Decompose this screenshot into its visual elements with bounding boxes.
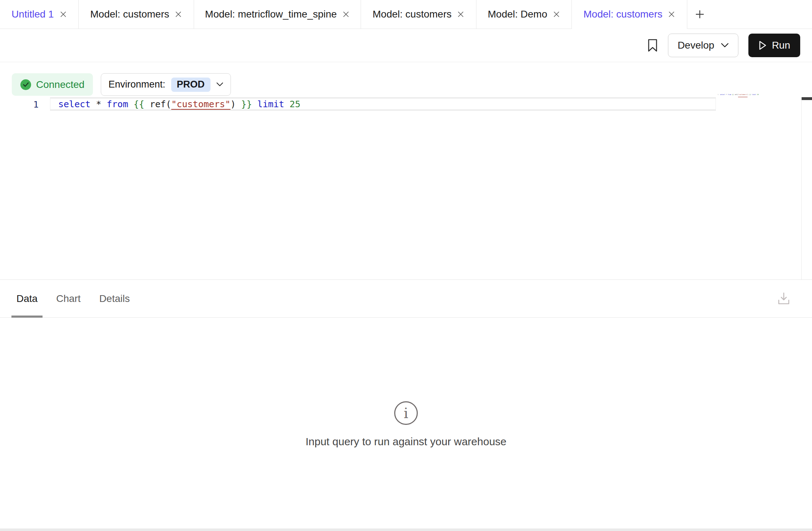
code-token: ) [231,99,241,109]
connection-status-badge: Connected [12,73,93,96]
develop-button-label: Develop [678,40,714,51]
code-token: 25 [289,99,300,109]
panel-tab-label: Details [99,293,130,304]
close-tab-icon[interactable] [60,11,67,18]
code-token: limit [257,99,284,109]
close-tab-icon[interactable] [553,11,560,18]
new-tab-button[interactable] [687,0,712,29]
scrollbar-thumb[interactable] [802,97,812,100]
tabbar-filler [712,0,812,29]
close-tab-icon[interactable] [175,11,182,18]
bookmark-icon[interactable] [647,39,658,52]
editor-tab-5[interactable]: Model: customers [572,0,687,29]
editor-tab-1[interactable]: Model: customers [79,0,194,29]
results-panel-tabs: Data Chart Details [0,280,812,318]
info-icon: i [394,401,418,425]
close-tab-icon[interactable] [342,11,350,18]
tab-label: Model: metricflow_time_spine [205,9,337,20]
tab-label: Model: customers [373,9,452,20]
code-token: limit [752,94,756,95]
close-tab-icon[interactable] [668,11,675,18]
editor-tab-0[interactable]: Untitled 1 [0,0,79,29]
minimap-code: select * from {{ ref("customers") }} lim… [720,94,759,96]
line-number: 1 [0,99,39,110]
code-token [90,99,96,109]
develop-button[interactable]: Develop [668,34,738,57]
run-button[interactable]: Run [748,34,800,57]
environment-label: Environment: [108,79,165,90]
tab-label: Untitled 1 [11,9,54,20]
editor-minimap[interactable]: 1 select * from {{ ref("customers") }} l… [718,94,761,96]
code-token [252,99,257,109]
toolbar: Develop Run [0,29,812,62]
run-button-label: Run [772,40,790,51]
code-token: from [728,94,731,95]
tab-label: Model: customers [90,9,169,20]
chevron-down-icon [216,82,223,87]
editor-status-row: Connected Environment: PROD [12,73,231,96]
tab-label: Model: customers [584,9,663,20]
minimap-line-number: 1 [718,94,718,96]
download-icon [777,292,791,306]
chevron-down-icon [721,43,729,48]
play-icon [758,40,767,50]
panel-tab-label: Data [16,293,38,304]
ide-screen: Untitled 1 Model: customers Model: metri… [0,0,812,531]
code-token: "customers" [171,99,231,109]
results-empty-state: i Input query to run against your wareho… [0,318,812,531]
code-token: * [96,99,101,109]
check-circle-icon [20,79,31,90]
code-token: {{ [134,99,144,109]
editor-tab-3[interactable]: Model: customers [361,0,476,29]
panel-tab-label: Chart [56,293,80,304]
code-token: from [107,99,128,109]
close-tab-icon[interactable] [457,11,464,18]
code-token [128,99,134,109]
panel-tab-chart[interactable]: Chart [51,280,85,317]
results-panel: Data Chart Details i Input query to run … [0,279,812,531]
code-token: select [58,99,90,109]
panel-tab-details[interactable]: Details [94,280,135,317]
download-button[interactable] [777,292,791,306]
empty-state-message: Input query to run against your warehous… [306,436,506,448]
environment-selector[interactable]: Environment: PROD [101,73,231,96]
editor-tab-2[interactable]: Model: metricflow_time_spine [194,0,361,29]
connected-label: Connected [36,79,84,90]
code-token: 25 [757,94,759,95]
editor-tab-4[interactable]: Model: Demo [476,0,572,29]
code-token: ref( [734,94,738,95]
sql-editor: Connected Environment: PROD 1 select * f… [0,62,812,279]
editor-scrollbar[interactable] [801,97,812,279]
code-token [101,99,107,109]
bottom-divider [0,528,812,531]
code-line[interactable]: select * from {{ ref("customers") }} lim… [50,97,716,111]
code-token: select [720,94,725,95]
panel-tab-data[interactable]: Data [11,280,43,317]
code-token [284,99,289,109]
tab-label: Model: Demo [488,9,548,20]
plus-icon [695,9,705,19]
code-token: "customers" [738,94,748,95]
code-token: }} [241,99,252,109]
code-token: ref( [144,99,171,109]
editor-tabbar: Untitled 1 Model: customers Model: metri… [0,0,812,29]
environment-value-pill: PROD [171,78,211,92]
